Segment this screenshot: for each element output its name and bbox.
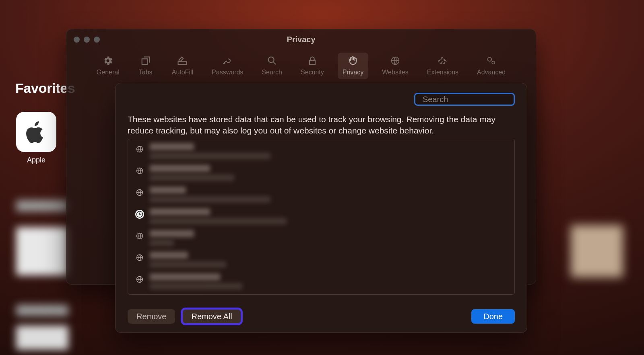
globe-icon bbox=[135, 188, 144, 197]
redacted-area bbox=[16, 326, 68, 350]
tab-search-label: Search bbox=[262, 69, 282, 76]
svg-point-2 bbox=[487, 57, 491, 61]
done-button[interactable]: Done bbox=[471, 309, 515, 324]
website-data-list[interactable] bbox=[128, 139, 515, 295]
preferences-toolbar: General Tabs AutoFill Passwords Search S… bbox=[66, 53, 536, 82]
search-input[interactable] bbox=[423, 95, 524, 104]
globe-icon bbox=[135, 253, 144, 262]
list-item[interactable] bbox=[128, 183, 514, 204]
favorite-label-apple: Apple bbox=[16, 156, 56, 164]
globe-icon bbox=[390, 55, 401, 66]
list-item[interactable] bbox=[128, 226, 514, 248]
tab-tabs-label: Tabs bbox=[139, 69, 153, 76]
list-item[interactable] bbox=[128, 139, 514, 161]
clock-icon bbox=[135, 210, 144, 219]
tab-tabs[interactable]: Tabs bbox=[133, 53, 158, 79]
tab-websites[interactable]: Websites bbox=[377, 53, 413, 79]
redacted-area bbox=[16, 227, 68, 275]
list-item[interactable] bbox=[128, 161, 514, 183]
gear-icon bbox=[102, 55, 114, 66]
tabs-icon bbox=[140, 55, 151, 66]
list-item[interactable] bbox=[128, 204, 514, 226]
tab-advanced[interactable]: Advanced bbox=[472, 53, 510, 79]
gears-icon bbox=[486, 55, 497, 66]
tab-privacy[interactable]: Privacy bbox=[338, 53, 368, 79]
redacted-area bbox=[16, 305, 68, 316]
globe-icon bbox=[135, 166, 144, 175]
tab-security[interactable]: Security bbox=[296, 53, 329, 79]
svg-point-0 bbox=[268, 57, 274, 63]
redacted-area bbox=[571, 225, 623, 277]
tab-advanced-label: Advanced bbox=[477, 69, 506, 76]
globe-icon bbox=[135, 275, 144, 284]
manage-website-data-sheet: These websites have stored data that can… bbox=[115, 83, 527, 333]
remove-button[interactable]: Remove bbox=[128, 309, 175, 324]
desktop: Favorites Apple Privacy General Tabs bbox=[0, 0, 644, 355]
globe-icon bbox=[135, 145, 144, 154]
tab-general-label: General bbox=[97, 69, 120, 76]
key-icon bbox=[222, 55, 233, 66]
pencil-field-icon bbox=[177, 55, 188, 66]
redacted-area bbox=[16, 200, 68, 211]
sheet-button-row: Remove Remove All Done bbox=[128, 309, 515, 324]
tab-general[interactable]: General bbox=[92, 53, 124, 79]
search-icon bbox=[266, 55, 278, 66]
tab-passwords[interactable]: Passwords bbox=[207, 53, 248, 79]
list-item[interactable] bbox=[128, 248, 514, 269]
puzzle-icon bbox=[437, 55, 448, 66]
sheet-description: These websites have stored data that can… bbox=[128, 114, 515, 137]
lock-icon bbox=[307, 55, 318, 66]
tab-privacy-label: Privacy bbox=[343, 69, 363, 76]
apple-logo-icon bbox=[25, 121, 47, 143]
tab-search[interactable]: Search bbox=[257, 53, 287, 79]
tab-autofill[interactable]: AutoFill bbox=[167, 53, 198, 79]
tab-extensions[interactable]: Extensions bbox=[422, 53, 463, 79]
hand-icon bbox=[347, 55, 359, 66]
globe-icon bbox=[135, 232, 144, 240]
list-item[interactable] bbox=[128, 269, 514, 291]
tab-extensions-label: Extensions bbox=[427, 69, 458, 76]
tab-passwords-label: Passwords bbox=[212, 69, 243, 76]
window-title: Privacy bbox=[66, 35, 536, 44]
svg-point-3 bbox=[492, 61, 495, 64]
search-field-wrap[interactable] bbox=[414, 93, 515, 106]
tab-autofill-label: AutoFill bbox=[172, 69, 193, 76]
tab-security-label: Security bbox=[301, 69, 324, 76]
remove-all-button[interactable]: Remove All bbox=[182, 309, 241, 324]
tab-websites-label: Websites bbox=[382, 69, 409, 76]
favorite-tile-apple[interactable] bbox=[16, 112, 56, 152]
